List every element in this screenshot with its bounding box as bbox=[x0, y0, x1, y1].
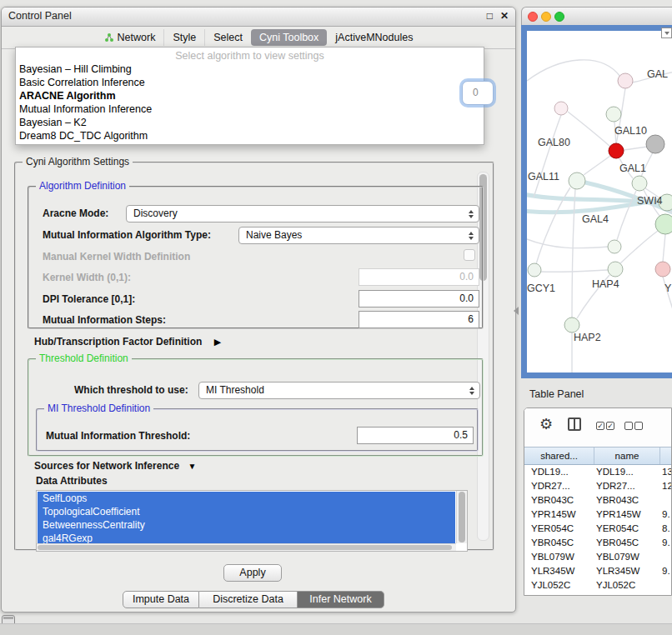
popup-item-bayesian-k2[interactable]: Bayesian – K2 bbox=[16, 116, 484, 129]
columns-icon[interactable] bbox=[568, 418, 581, 431]
manual-kernel-width-checkbox[interactable] bbox=[464, 249, 475, 261]
aracne-mode-select[interactable]: Discovery bbox=[126, 205, 479, 222]
mi-steps-input[interactable]: 6 bbox=[359, 311, 479, 328]
tab-impute-data[interactable]: Impute Data bbox=[123, 591, 199, 608]
table-cell: YER054C bbox=[594, 522, 660, 536]
table-cell: YJL052C bbox=[594, 578, 660, 592]
expand-right-icon[interactable]: ▶ bbox=[214, 337, 221, 347]
apply-button[interactable]: Apply bbox=[223, 564, 282, 582]
cytoscape-desktop: Control Panel □ ✕ Network Style Select C… bbox=[0, 0, 672, 635]
tab-style[interactable]: Style bbox=[163, 29, 204, 46]
hub-definition-disclosure[interactable]: Hub/Transcription Factor Definition ▶ bbox=[34, 333, 221, 348]
tab-discretize-data[interactable]: Discretize Data bbox=[199, 591, 298, 608]
control-panel-titlebar[interactable]: Control Panel □ ✕ bbox=[2, 8, 515, 27]
tab-select[interactable]: Select bbox=[204, 29, 251, 46]
mi-threshold-definition-title: MI Threshold Definition bbox=[44, 402, 153, 414]
list-horizontal-scrollbar[interactable] bbox=[37, 543, 456, 551]
tab-jactivemnodules[interactable]: jActiveMNodules bbox=[327, 29, 421, 46]
table-row[interactable]: YDL19...YDL19...13 bbox=[524, 465, 671, 479]
node-label[interactable]: GAL10 bbox=[614, 125, 647, 137]
table-cell: 13 bbox=[660, 465, 671, 479]
node-label[interactable]: GAL80 bbox=[538, 137, 570, 148]
zoom-traffic-light[interactable] bbox=[554, 12, 564, 22]
table-cell: YPR145W bbox=[594, 508, 660, 522]
node-label[interactable]: HAP2 bbox=[574, 332, 601, 343]
column-header-partial[interactable] bbox=[660, 448, 671, 464]
select-all-columns-icon[interactable]: ✓ bbox=[606, 422, 614, 430]
combo-arrows-icon bbox=[469, 387, 474, 395]
popup-item-basic-correlation[interactable]: Basic Correlation Inference bbox=[16, 76, 484, 89]
table-cell: 8. bbox=[660, 522, 671, 536]
table-row[interactable]: YLR345WYLR345W9. bbox=[524, 564, 671, 578]
popup-item-mutual-information[interactable]: Mutual Information Inference bbox=[16, 102, 484, 116]
table-cell: YDR27... bbox=[524, 479, 594, 493]
node-label[interactable]: GAL1 bbox=[619, 162, 646, 174]
table-row[interactable]: YPR145WYPR145W9. bbox=[524, 508, 671, 522]
table-cell: YPR145W bbox=[524, 508, 594, 522]
mi-threshold-input[interactable]: 0.5 bbox=[357, 427, 474, 444]
network-canvas[interactable]: GAL GAL80 GAL10 GAL11 GAL1 SWI4 GAL4 GCY… bbox=[527, 31, 672, 372]
tab-infer-network[interactable]: Infer Network bbox=[298, 591, 384, 608]
sources-disclosure[interactable]: Sources for Network Inference ▼ bbox=[34, 458, 196, 472]
unselect-all-columns-icon[interactable] bbox=[634, 422, 643, 430]
mi-algorithm-type-select[interactable]: Naive Bayes bbox=[238, 227, 479, 244]
float-window-icon[interactable]: □ bbox=[487, 10, 493, 22]
table-toolbar: ⚙ ✓ ✓ bbox=[524, 408, 671, 447]
network-window-titlebar[interactable] bbox=[521, 7, 672, 25]
table-panel-window: ⚙ ✓ ✓ shared... name YDL19...YDL19...13 … bbox=[524, 408, 672, 596]
select-all-columns-icon[interactable]: ✓ bbox=[596, 422, 604, 430]
close-traffic-light[interactable] bbox=[528, 12, 538, 22]
threshold-definition-group: Threshold Definition Which threshold to … bbox=[28, 358, 484, 457]
node-label[interactable]: GAL4 bbox=[582, 213, 609, 225]
table-cell: YDL19... bbox=[594, 465, 660, 479]
attribute-item[interactable]: BetweennessCentrality bbox=[38, 518, 455, 532]
cyni-algorithm-settings-group: Cyni Algorithm Settings Algorithm Defini… bbox=[14, 162, 494, 551]
tab-cyni-toolbox[interactable]: Cyni Toolbox bbox=[251, 29, 327, 46]
table-cell: 9. bbox=[660, 564, 671, 578]
table-row[interactable]: YBR043CYBR043C bbox=[524, 493, 671, 508]
node-label[interactable]: GCY1 bbox=[527, 282, 555, 294]
column-header-shared-name[interactable]: shared... bbox=[524, 448, 594, 464]
attribute-item[interactable]: SelfLoops bbox=[38, 492, 455, 505]
network-scrollbar-button[interactable] bbox=[661, 28, 672, 38]
gear-icon[interactable]: ⚙ bbox=[539, 415, 553, 433]
table-row[interactable]: YER054CYER054C8. bbox=[524, 522, 671, 536]
data-attributes-list[interactable]: SelfLoops TopologicalCoefficient Between… bbox=[36, 490, 468, 552]
unselect-all-columns-icon[interactable] bbox=[624, 422, 633, 430]
table-cell: 9. bbox=[660, 508, 671, 522]
which-threshold-label: Which threshold to use: bbox=[74, 384, 188, 396]
table-row[interactable]: YDR27...YDR27...12 bbox=[524, 479, 671, 493]
popup-item-dream8[interactable]: Dream8 DC_TDC Algorithm bbox=[16, 129, 484, 142]
minimize-traffic-light[interactable] bbox=[541, 12, 551, 22]
node-label[interactable]: GAL11 bbox=[528, 171, 559, 182]
table-row[interactable]: YJL052CYJL052C bbox=[524, 578, 671, 592]
popup-item-bayesian-hill[interactable]: Bayesian – Hill Climbing bbox=[16, 62, 484, 76]
node-label[interactable]: SWI4 bbox=[637, 195, 663, 207]
node-label[interactable]: GAL bbox=[647, 68, 668, 80]
table-cell: YBR043C bbox=[594, 493, 660, 508]
cyni-mode-tabs: Impute Data Discretize Data Infer Networ… bbox=[123, 591, 384, 608]
list-vertical-scrollbar[interactable] bbox=[456, 491, 467, 543]
table-cell: YBR045C bbox=[524, 536, 594, 550]
popup-item-aracne[interactable]: ARACNE Algorithm bbox=[16, 89, 484, 102]
splitter-collapse-icon[interactable] bbox=[514, 307, 519, 315]
table-cell bbox=[660, 550, 671, 564]
table-row[interactable]: YBR045CYBR045C9. bbox=[524, 536, 671, 550]
table-cell: 9. bbox=[660, 536, 671, 550]
algorithm-combo-fragment[interactable]: 0 bbox=[462, 81, 494, 105]
expand-down-icon[interactable]: ▼ bbox=[188, 462, 197, 471]
which-threshold-select[interactable]: MI Threshold bbox=[198, 382, 480, 399]
node-label[interactable]: HAP4 bbox=[592, 278, 619, 290]
dpi-tolerance-input[interactable]: 0.0 bbox=[359, 290, 479, 308]
sources-label: Sources for Network Inference bbox=[34, 460, 179, 472]
column-header-name[interactable]: name bbox=[594, 448, 660, 464]
algorithm-definition-group: Algorithm Definition Aracne Mode: Discov… bbox=[28, 186, 484, 329]
network-view-window: GAL GAL80 GAL10 GAL11 GAL1 SWI4 GAL4 GCY… bbox=[521, 7, 672, 378]
table-row[interactable]: YBL079WYBL079W bbox=[524, 550, 671, 564]
table-body: YDL19...YDL19...13 YDR27...YDR27...12 YB… bbox=[524, 465, 671, 595]
attribute-item[interactable]: TopologicalCoefficient bbox=[38, 505, 455, 518]
tab-network[interactable]: Network bbox=[96, 29, 164, 46]
node-label[interactable]: Y bbox=[664, 282, 671, 294]
kernel-width-input[interactable]: 0.0 bbox=[359, 268, 479, 286]
close-icon[interactable]: ✕ bbox=[500, 10, 509, 22]
